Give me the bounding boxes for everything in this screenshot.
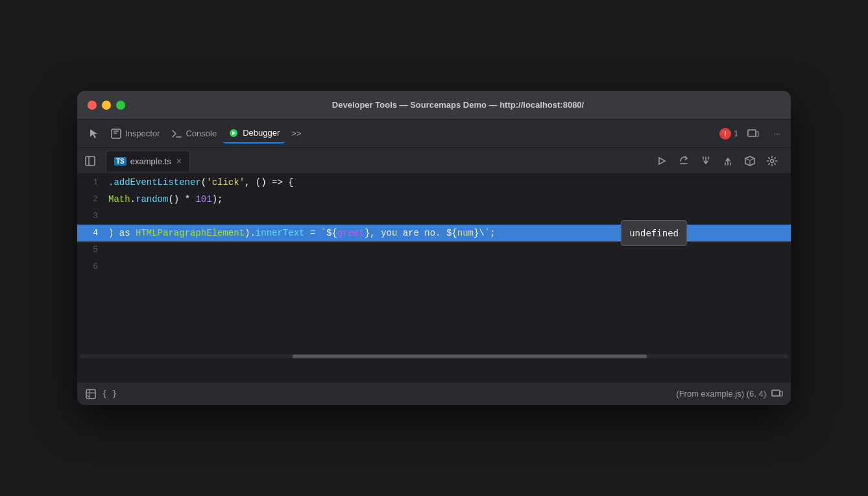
minimize-button[interactable] xyxy=(102,101,111,110)
svg-line-13 xyxy=(88,395,89,397)
step-in-button[interactable] xyxy=(697,153,714,169)
devtools-window: Developer Tools — Sourcemaps Demo — http… xyxy=(77,91,791,405)
code-content-2: Math.random() * 101); xyxy=(108,191,791,208)
scrollbar-track xyxy=(80,354,788,358)
error-icon: ! xyxy=(719,128,731,140)
code-line-6: 6 xyxy=(77,258,791,275)
line-number-1: 1 xyxy=(77,174,108,191)
code-line-1: 1 .addEventListener('click', () => { xyxy=(77,174,791,191)
step-out-button[interactable] xyxy=(719,153,736,169)
line-number-5: 5 xyxy=(77,242,108,258)
titlebar: Developer Tools — Sourcemaps Demo — http… xyxy=(77,91,791,119)
source-location: (From example.js) (6, 4) xyxy=(676,389,766,399)
error-count: 1 xyxy=(734,129,738,138)
horizontal-scrollbar[interactable] xyxy=(77,353,791,360)
code-content-1: .addEventListener('click', () => { xyxy=(108,174,791,191)
inspector-icon xyxy=(111,129,121,139)
line-number-3: 3 xyxy=(77,208,108,225)
sidebar-toggle-button[interactable] xyxy=(80,151,101,171)
breakpoints-svg xyxy=(85,388,97,400)
window-title: Developer Tools — Sourcemaps Demo — http… xyxy=(136,100,780,110)
gear-icon xyxy=(766,155,778,167)
code-editor[interactable]: 1 .addEventListener('click', () => { 2 M… xyxy=(77,174,791,382)
svg-point-9 xyxy=(771,159,774,162)
svg-rect-2 xyxy=(748,130,756,136)
responsive-status-icon[interactable] xyxy=(771,388,783,400)
debug-controls xyxy=(645,153,788,169)
breakpoints-icon[interactable] xyxy=(85,388,97,400)
pretty-print-button[interactable]: { } xyxy=(102,389,117,399)
responsive-design-button[interactable] xyxy=(742,124,764,143)
inspector-tab[interactable]: Inspector xyxy=(106,125,165,143)
svg-line-6 xyxy=(745,158,750,160)
code-line-4: 4 ) as HTMLParagraphElement).innerText =… xyxy=(77,225,791,242)
code-line-5: 5 xyxy=(77,242,791,258)
svg-rect-14 xyxy=(772,390,780,396)
file-tab-label: example.ts xyxy=(130,156,171,166)
maximize-button[interactable] xyxy=(116,101,125,110)
status-bar: { } (From example.js) (6, 4) xyxy=(77,382,791,405)
sidebar-icon xyxy=(84,155,96,167)
error-badge: ! 1 xyxy=(719,128,738,140)
toolbar-right: ! 1 ··· xyxy=(719,124,786,143)
svg-rect-10 xyxy=(86,390,95,399)
devtools-toolbar: Inspector Console Debugger >> ! xyxy=(77,119,791,148)
status-device-icon xyxy=(771,388,783,400)
debugger-tab[interactable]: Debugger xyxy=(223,124,285,143)
console-tab[interactable]: Console xyxy=(166,125,222,143)
settings-button[interactable] xyxy=(764,153,780,169)
pick-element-button[interactable] xyxy=(82,124,104,143)
step-over-button[interactable] xyxy=(675,153,692,169)
scrollbar-thumb[interactable] xyxy=(293,354,647,358)
resume-icon xyxy=(656,155,668,167)
editor-container: TS example.ts × xyxy=(77,148,791,382)
resume-button[interactable] xyxy=(653,153,670,169)
line-number-6: 6 xyxy=(77,258,108,275)
line-number-4: 4 xyxy=(77,225,108,242)
svg-rect-15 xyxy=(780,391,782,396)
tab-close-button[interactable]: × xyxy=(176,156,182,166)
traffic-lights xyxy=(88,101,125,110)
cursor-icon xyxy=(88,128,99,140)
svg-rect-0 xyxy=(112,129,121,138)
blackbox-icon xyxy=(744,155,756,167)
responsive-icon xyxy=(747,128,759,140)
close-button[interactable] xyxy=(88,101,97,110)
debugger-icon xyxy=(228,128,239,138)
blackbox-button[interactable] xyxy=(741,153,758,169)
svg-rect-4 xyxy=(86,156,95,166)
more-options-button[interactable]: ··· xyxy=(768,125,786,142)
file-tab-example-ts[interactable]: TS example.ts × xyxy=(106,151,190,171)
step-over-icon xyxy=(678,155,690,167)
tabs-bar: TS example.ts × xyxy=(77,148,791,174)
ts-badge: TS xyxy=(114,157,127,166)
line-number-2: 2 xyxy=(77,191,108,208)
svg-line-7 xyxy=(750,158,754,160)
code-line-3: 3 xyxy=(77,208,791,225)
code-line-2: 2 Math.random() * 101); xyxy=(77,191,791,208)
step-in-icon xyxy=(700,155,712,167)
more-dots: ··· xyxy=(773,129,780,138)
console-icon xyxy=(171,129,182,139)
code-content-4: ) as HTMLParagraphElement).innerText = `… xyxy=(108,225,791,242)
more-tabs-button[interactable]: >> xyxy=(286,125,306,142)
editor-empty-space xyxy=(77,275,791,353)
step-out-icon xyxy=(722,155,734,167)
svg-rect-3 xyxy=(756,132,758,136)
